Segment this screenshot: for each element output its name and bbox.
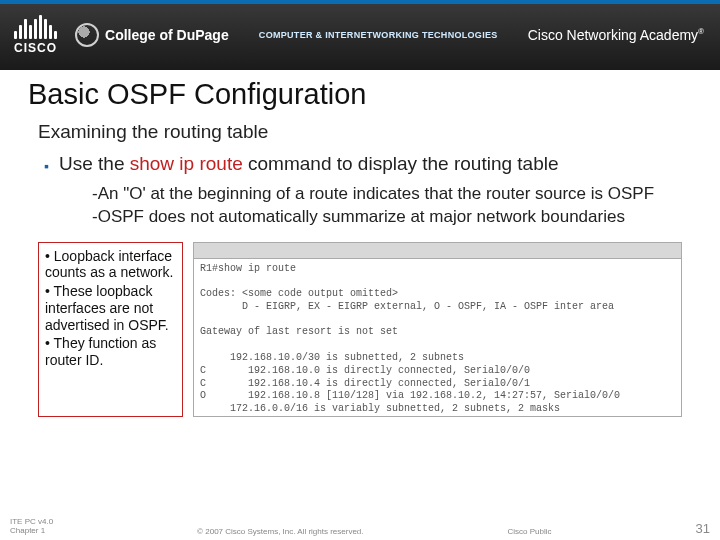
cisco-wordmark: CISCO bbox=[14, 41, 57, 55]
academy-brand: Cisco Networking Academy® bbox=[528, 27, 720, 43]
slide-title: Basic OSPF Configuration bbox=[28, 78, 692, 111]
cisco-signal-icon bbox=[14, 15, 57, 39]
banner-center-text: COMPUTER & INTERNETWORKING TECHNOLOGIES bbox=[229, 30, 528, 40]
bullet-post: command to display the routing table bbox=[243, 153, 559, 174]
slide-subtitle: Examining the routing table bbox=[38, 121, 692, 143]
footer-chapter: Chapter 1 bbox=[10, 526, 53, 536]
callout-line-2: • These loopback interfaces are not adve… bbox=[45, 283, 176, 333]
main-bullet: ▪ Use the show ip route command to displ… bbox=[44, 153, 692, 179]
footer-copyright: © 2007 Cisco Systems, Inc. All rights re… bbox=[197, 527, 363, 536]
bullet-square-icon: ▪ bbox=[44, 153, 49, 179]
college-badge: College of DuPage bbox=[75, 23, 229, 47]
footer-left: ITE PC v4.0 Chapter 1 bbox=[10, 517, 53, 536]
terminal-window: R1#show ip route Codes: <some code outpu… bbox=[193, 242, 682, 417]
sub-note-1: -An "O' at the beginning of a route indi… bbox=[92, 183, 692, 204]
sub-note-2: -OSPF does not automatically summarize a… bbox=[92, 206, 692, 227]
bullet-pre: Use the bbox=[59, 153, 130, 174]
footer-course: ITE PC v4.0 bbox=[10, 517, 53, 527]
cisco-logo: CISCO bbox=[0, 15, 71, 55]
slide-footer: ITE PC v4.0 Chapter 1 © 2007 Cisco Syste… bbox=[10, 517, 710, 536]
trademark-icon: ® bbox=[698, 27, 704, 36]
academy-text: Cisco Networking Academy bbox=[528, 27, 698, 43]
callout-line-3: • They function as router ID. bbox=[45, 335, 176, 369]
callout-box: • Loopback interface counts as a network… bbox=[38, 242, 183, 417]
slide-banner: CISCO College of DuPage COMPUTER & INTER… bbox=[0, 0, 720, 70]
bullet-command: show ip route bbox=[130, 153, 243, 174]
slide-content: Basic OSPF Configuration Examining the r… bbox=[0, 70, 720, 417]
page-number: 31 bbox=[696, 521, 710, 536]
lower-row: • Loopback interface counts as a network… bbox=[28, 242, 692, 417]
callout-line-1: • Loopback interface counts as a network… bbox=[45, 248, 176, 282]
college-name: College of DuPage bbox=[105, 27, 229, 43]
terminal-titlebar bbox=[194, 243, 681, 259]
footer-public: Cisco Public bbox=[508, 527, 552, 536]
bullet-text: Use the show ip route command to display… bbox=[59, 153, 559, 179]
terminal-output: R1#show ip route Codes: <some code outpu… bbox=[194, 259, 681, 417]
swirl-icon bbox=[75, 23, 99, 47]
